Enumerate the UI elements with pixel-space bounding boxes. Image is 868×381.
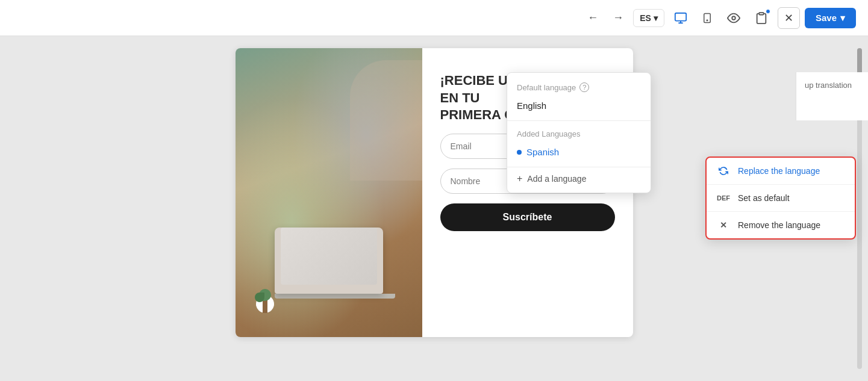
preview-button[interactable] bbox=[722, 7, 745, 29]
save-button[interactable]: Save ▾ bbox=[805, 8, 856, 28]
language-selector[interactable]: ES ▾ bbox=[633, 9, 664, 27]
mobile-view-button[interactable] bbox=[697, 7, 717, 29]
back-icon: ← bbox=[587, 11, 598, 24]
replace-icon bbox=[717, 166, 729, 176]
svg-point-3 bbox=[732, 16, 735, 20]
save-label: Save bbox=[816, 13, 837, 23]
added-languages-section: Added Languages Spanish bbox=[507, 121, 651, 167]
plant-illustration bbox=[250, 283, 280, 325]
forward-icon: → bbox=[613, 11, 623, 24]
popup-image-inner bbox=[236, 48, 422, 337]
desktop-icon bbox=[674, 11, 687, 25]
popup-title-line2: EN TU bbox=[440, 90, 480, 105]
subscribe-button[interactable]: Suscríbete bbox=[440, 203, 615, 231]
laptop-illustration bbox=[275, 223, 395, 301]
back-button[interactable]: ← bbox=[582, 7, 603, 29]
set-default-label: Set as default bbox=[738, 193, 790, 203]
right-panel-partial: up translation bbox=[796, 72, 868, 120]
subscribe-label: Suscríbete bbox=[503, 212, 552, 222]
def-icon: DEF bbox=[717, 194, 729, 202]
default-language-label: Default language ? bbox=[517, 82, 641, 92]
language-dropdown: Default language ? English Added Languag… bbox=[507, 72, 651, 193]
language-context-menu: Replace the language DEF Set as default … bbox=[705, 156, 856, 240]
language-chevron-icon: ▾ bbox=[654, 13, 658, 23]
close-icon: ✕ bbox=[784, 11, 793, 25]
desktop-view-button[interactable] bbox=[669, 7, 692, 29]
toolbar: ← → ES ▾ ✕ Save ▾ bbox=[0, 0, 868, 36]
save-chevron-icon: ▾ bbox=[840, 13, 845, 23]
svg-rect-0 bbox=[675, 13, 686, 20]
forward-button[interactable]: → bbox=[608, 7, 628, 29]
remove-icon: ✕ bbox=[717, 220, 729, 230]
spanish-dot bbox=[517, 150, 522, 155]
svg-point-2 bbox=[707, 20, 708, 21]
main-area: ¡RECIBE UN -10% EN TU PRIMERA COMPRA! Su… bbox=[0, 36, 868, 381]
language-code: ES bbox=[640, 13, 651, 23]
notification-badge bbox=[766, 9, 770, 14]
remove-language-item[interactable]: ✕ Remove the language bbox=[707, 211, 855, 238]
replace-language-label: Replace the language bbox=[738, 166, 820, 176]
help-icon[interactable]: ? bbox=[579, 82, 589, 92]
close-button[interactable]: ✕ bbox=[778, 7, 800, 29]
add-language-row[interactable]: + Add a language bbox=[507, 167, 651, 193]
remove-language-label: Remove the language bbox=[738, 220, 820, 230]
panel-text: up translation bbox=[805, 81, 852, 90]
replace-language-item[interactable]: Replace the language bbox=[707, 158, 855, 184]
added-languages-label: Added Languages bbox=[517, 129, 641, 138]
add-language-label: Add a language bbox=[527, 174, 586, 184]
clipboard-button[interactable] bbox=[750, 7, 773, 29]
spanish-language-item[interactable]: Spanish bbox=[517, 144, 641, 160]
set-default-item[interactable]: DEF Set as default bbox=[707, 184, 855, 211]
svg-rect-4 bbox=[759, 12, 763, 14]
person-silhouette bbox=[350, 60, 422, 181]
spanish-label: Spanish bbox=[526, 147, 559, 157]
default-language-section: Default language ? English bbox=[507, 73, 651, 120]
add-language-icon: + bbox=[517, 173, 522, 184]
eye-icon bbox=[727, 11, 740, 25]
popup-image bbox=[236, 48, 422, 337]
default-language-value: English bbox=[517, 98, 641, 113]
mobile-icon bbox=[702, 11, 713, 25]
